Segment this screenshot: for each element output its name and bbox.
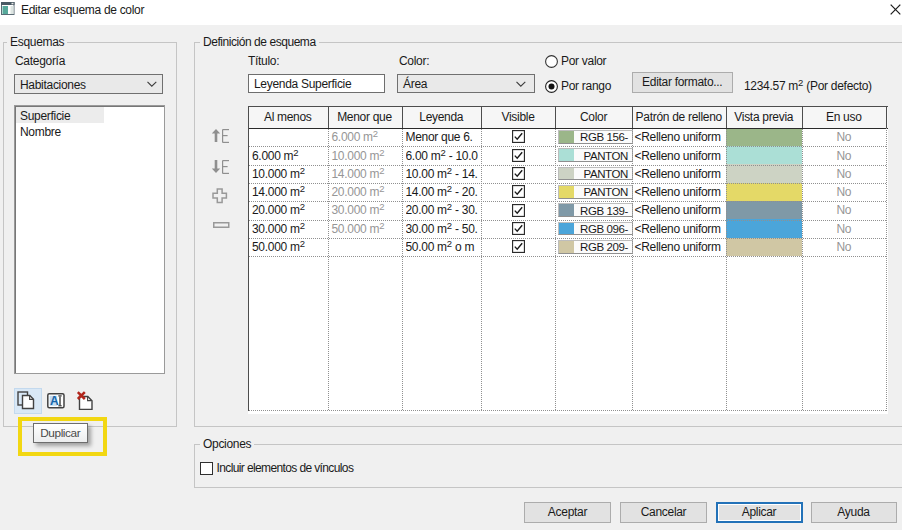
svg-text:A: A bbox=[50, 394, 59, 408]
